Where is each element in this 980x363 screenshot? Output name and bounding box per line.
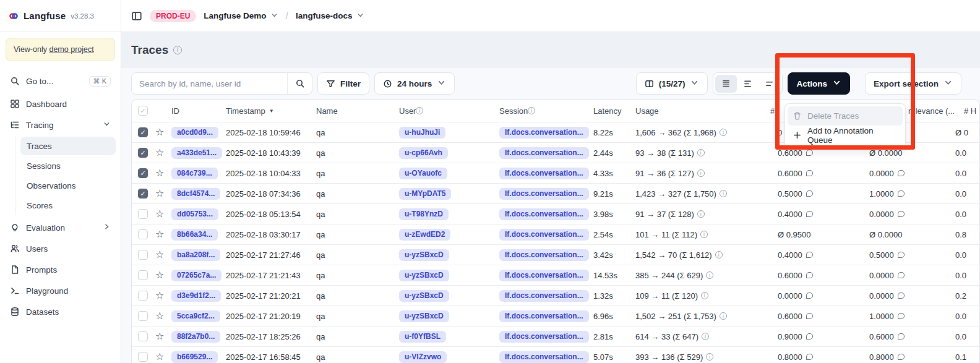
- table-row[interactable]: ☆b669529...2025-02-17 16:58:45qau-VIZzvw…: [132, 347, 979, 363]
- demo-project-link[interactable]: demo project: [49, 45, 93, 54]
- session-badge[interactable]: lf.docs.conversation...: [499, 265, 589, 285]
- bookmark-star-icon[interactable]: ☆: [155, 224, 164, 244]
- bookmark-star-icon[interactable]: ☆: [155, 143, 164, 163]
- table-row[interactable]: ☆8b66a34...2025-02-18 03:30:17qau-zEwdED…: [132, 224, 979, 245]
- session-badge[interactable]: lf.docs.conversation...: [499, 347, 589, 363]
- session-badge[interactable]: lf.docs.conversation...: [499, 143, 589, 163]
- user-badge[interactable]: u-yzSBxcD: [399, 306, 449, 326]
- column-header-usage[interactable]: Usage: [635, 100, 659, 122]
- user-badge[interactable]: u-OYauofc: [399, 163, 447, 183]
- session-badge[interactable]: lf.docs.conversation...: [499, 327, 589, 346]
- project-selector[interactable]: langfuse-docs: [296, 11, 364, 21]
- table-row[interactable]: ☆5cca9cf2...2025-02-17 21:20:19qau-yzSBx…: [132, 306, 979, 327]
- user-badge[interactable]: u-f0YfBSL: [399, 327, 446, 346]
- columns-visibility-button[interactable]: (15/27): [636, 72, 708, 95]
- row-checkbox[interactable]: [138, 245, 148, 265]
- bookmark-star-icon[interactable]: ☆: [155, 204, 164, 224]
- user-badge[interactable]: u-yzSBxcD: [399, 245, 449, 265]
- row-checkbox[interactable]: [138, 286, 148, 305]
- column-header-timestamp[interactable]: Timestamp▼: [226, 100, 274, 122]
- trace-id-badge[interactable]: 88f2a7b0...: [171, 327, 220, 346]
- search-input[interactable]: [132, 73, 287, 94]
- user-badge[interactable]: u-VIZzvwo: [399, 347, 447, 363]
- sidebar-item-dashboard[interactable]: Dashboard: [5, 93, 116, 114]
- bookmark-star-icon[interactable]: ☆: [155, 265, 164, 285]
- table-row[interactable]: ☆07265c7a...2025-02-17 21:21:43qau-yzSBx…: [132, 265, 979, 286]
- row-checkbox[interactable]: [138, 224, 148, 244]
- menu-item-add-to-annotation-queue[interactable]: Add to Annotation Queue: [788, 126, 903, 145]
- column-header-name[interactable]: Name: [316, 100, 338, 122]
- export-selection-button[interactable]: Export selection: [865, 72, 961, 95]
- bookmark-star-icon[interactable]: ☆: [155, 347, 164, 363]
- row-checkbox[interactable]: [138, 306, 148, 326]
- goto-search[interactable]: Go to... ⌘ K: [5, 71, 116, 91]
- sidebar-item-prompts[interactable]: Prompts: [5, 259, 116, 280]
- row-height-small-button[interactable]: [715, 75, 737, 93]
- sidebar-item-scores[interactable]: Scores: [20, 196, 116, 215]
- sidebar-item-users[interactable]: Users: [5, 238, 116, 259]
- row-height-medium-button[interactable]: [737, 75, 759, 93]
- column-header-id[interactable]: ID: [171, 100, 179, 122]
- row-checkbox[interactable]: ✓: [138, 184, 148, 203]
- sidebar-item-traces[interactable]: Traces: [20, 137, 116, 155]
- user-badge[interactable]: u-zEwdED2: [399, 224, 450, 244]
- user-badge[interactable]: u-cp66Avh: [399, 143, 448, 163]
- trace-id-badge[interactable]: a433de51...: [171, 143, 222, 163]
- table-row[interactable]: ☆88f2a7b0...2025-02-17 18:25:26qau-f0YfB…: [132, 327, 979, 347]
- table-row[interactable]: ✓☆8dcf4574...2025-02-18 07:34:36qau-MYpD…: [132, 184, 979, 204]
- bookmark-star-icon[interactable]: ☆: [155, 184, 164, 203]
- session-badge[interactable]: lf.docs.conversation...: [499, 286, 589, 305]
- row-checkbox[interactable]: [138, 265, 148, 285]
- row-checkbox[interactable]: ✓: [138, 143, 148, 163]
- session-badge[interactable]: lf.docs.conversation...: [499, 224, 589, 244]
- bookmark-star-icon[interactable]: ☆: [155, 327, 164, 346]
- trace-id-badge[interactable]: b669529...: [171, 347, 218, 363]
- trace-id-badge[interactable]: 8b66a34...: [171, 224, 218, 244]
- column-header-session[interactable]: Sessioni: [499, 100, 535, 122]
- session-badge[interactable]: lf.docs.conversation...: [499, 122, 589, 142]
- bookmark-star-icon[interactable]: ☆: [155, 122, 164, 142]
- trace-id-badge[interactable]: 084c739...: [171, 163, 218, 183]
- table-row[interactable]: ☆d3e9d1f2...2025-02-17 21:20:21qau-yzSBx…: [132, 286, 979, 306]
- user-badge[interactable]: u-yzSBxcD: [399, 265, 449, 285]
- session-badge[interactable]: lf.docs.conversation...: [499, 306, 589, 326]
- table-row[interactable]: ✓☆084c739...2025-02-18 10:04:33qau-OYauo…: [132, 163, 979, 184]
- user-badge[interactable]: u-huJhuJi: [399, 122, 445, 142]
- bookmark-star-icon[interactable]: ☆: [155, 163, 164, 183]
- trace-id-badge[interactable]: d3e9d1f2...: [171, 286, 221, 305]
- table-row[interactable]: ☆dd05753...2025-02-18 05:13:54qau-T98Ynz…: [132, 204, 979, 224]
- user-badge[interactable]: u-yzSBxcD: [399, 286, 449, 305]
- sidebar-item-evaluation[interactable]: Evaluation: [5, 217, 116, 238]
- bookmark-star-icon[interactable]: ☆: [155, 306, 164, 326]
- org-selector[interactable]: Langfuse Demo: [204, 11, 278, 21]
- sidebar-item-datasets[interactable]: Datasets: [5, 301, 116, 322]
- select-all-checkbox[interactable]: ✓: [138, 100, 148, 122]
- user-badge[interactable]: u-MYpDAT5: [399, 184, 451, 203]
- trace-id-badge[interactable]: 07265c7a...: [171, 265, 221, 285]
- trace-id-badge[interactable]: a0cd0d9...: [171, 122, 218, 142]
- sidebar-item-playground[interactable]: Playground: [5, 280, 116, 301]
- table-row[interactable]: ☆ba8a208f...2025-02-17 21:27:46qau-yzSBx…: [132, 245, 979, 265]
- trace-id-badge[interactable]: 5cca9cf2...: [171, 306, 220, 326]
- bookmark-star-icon[interactable]: ☆: [155, 245, 164, 265]
- session-badge[interactable]: lf.docs.conversation...: [499, 245, 589, 265]
- filter-button[interactable]: Filter: [317, 72, 369, 95]
- row-checkbox[interactable]: [138, 327, 148, 346]
- session-badge[interactable]: lf.docs.conversation...: [499, 184, 589, 203]
- trace-id-badge[interactable]: 8dcf4574...: [171, 184, 220, 203]
- sidebar-item-sessions[interactable]: Sessions: [20, 156, 116, 175]
- trace-id-badge[interactable]: ba8a208f...: [171, 245, 220, 265]
- session-badge[interactable]: lf.docs.conversation...: [499, 204, 589, 224]
- column-header-relevance[interactable]: relevance (...: [908, 100, 955, 122]
- time-range-button[interactable]: 24 hours: [374, 72, 455, 95]
- sidebar-item-observations[interactable]: Observations: [20, 176, 116, 195]
- session-badge[interactable]: lf.docs.conversation...: [499, 163, 589, 183]
- row-checkbox[interactable]: ✓: [138, 163, 148, 183]
- row-checkbox[interactable]: [138, 204, 148, 224]
- user-badge[interactable]: u-T98YnzD: [399, 204, 449, 224]
- column-header-user[interactable]: Useri: [399, 100, 423, 122]
- search-submit-button[interactable]: [287, 73, 312, 94]
- actions-button[interactable]: Actions: [788, 72, 850, 95]
- sidebar-toggle-icon[interactable]: [131, 11, 142, 22]
- sidebar-item-tracing[interactable]: Tracing: [5, 114, 116, 135]
